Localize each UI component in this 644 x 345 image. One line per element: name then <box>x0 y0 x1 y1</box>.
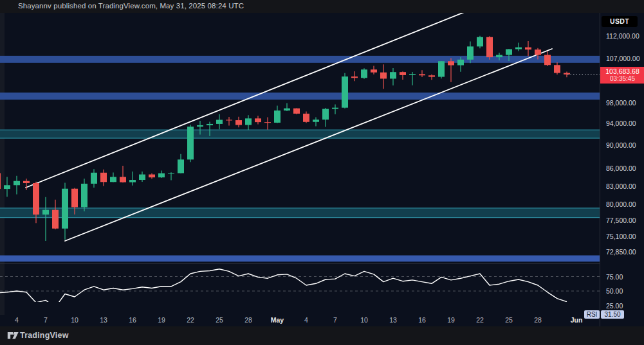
candle-apr-22 <box>187 127 194 159</box>
rsi-label: RSI <box>584 310 600 319</box>
chart-region[interactable]: USDT 103,683.68 03:35:45 112,000.00107,0… <box>0 13 644 326</box>
candle-apr-17 <box>139 175 145 181</box>
price-tick-94000: 94,000.00 <box>606 119 636 127</box>
candle-may-25 <box>506 49 512 55</box>
time-tick-4: 4 <box>15 315 19 326</box>
candle-may-23 <box>486 37 493 57</box>
candle-apr-11 <box>81 184 87 208</box>
candle-apr-5 <box>23 181 30 183</box>
rsi-value: 31.50 <box>601 310 624 319</box>
time-tick-19: 19 <box>158 315 165 326</box>
candle-apr-16 <box>129 180 136 182</box>
time-tick-13: 13 <box>389 315 397 326</box>
tradingview-logo-icon[interactable] <box>7 331 20 341</box>
rsi-value-badge: RSI 31.50 <box>584 310 624 319</box>
sr-zone-blue <box>0 93 600 100</box>
price-tick-90000: 90,000.00 <box>606 141 636 149</box>
candle-may-2 <box>284 109 290 111</box>
candle-apr-27 <box>235 120 242 125</box>
sr-zone-blue-bright <box>0 255 600 261</box>
candle-may-10 <box>361 69 367 78</box>
time-tick-7: 7 <box>333 315 337 326</box>
rsi-line <box>0 269 567 307</box>
time-tick-22: 22 <box>187 315 194 326</box>
candle-may-30 <box>554 65 560 73</box>
candle-may-31 <box>564 73 570 75</box>
price-axis[interactable]: USDT 103,683.68 03:35:45 112,000.00107,0… <box>600 13 644 326</box>
price-tick-72850: 72,850.00 <box>606 248 636 256</box>
candle-may-17 <box>428 75 435 76</box>
tradingview-brand-link[interactable]: TradingView <box>20 331 69 340</box>
price-tick-83000: 83,000.00 <box>606 182 636 190</box>
time-tick-28: 28 <box>534 315 542 326</box>
candle-may-16 <box>419 74 425 75</box>
footer-bar: TradingView <box>0 326 644 345</box>
bar-countdown: 03:35:45 <box>600 75 644 82</box>
time-tick-10: 10 <box>360 315 368 326</box>
time-tick-13: 13 <box>100 315 107 326</box>
candle-may-20 <box>457 60 464 66</box>
rsi-pane <box>0 269 600 307</box>
publish-title: Shayannv published on TradingView.com, M… <box>18 2 244 10</box>
candle-may-28 <box>535 49 541 55</box>
candle-apr-18 <box>149 175 155 178</box>
candle-apr-21 <box>178 159 184 173</box>
sr-zone-teal <box>0 208 600 218</box>
rsi-tick-25: 25.00 <box>606 302 623 310</box>
candle-may-24 <box>496 55 502 58</box>
price-pane <box>0 13 600 261</box>
price-tick-107000: 107,000.00 <box>606 55 640 62</box>
sr-zone-teal <box>0 130 600 139</box>
candle-apr-29 <box>255 118 261 122</box>
currency-toggle-usdt[interactable]: USDT <box>602 16 638 27</box>
candle-may-4 <box>303 114 309 122</box>
candle-apr-23 <box>197 125 203 127</box>
candle-may-1 <box>274 111 281 123</box>
candle-may-15 <box>409 74 416 75</box>
time-axis[interactable]: 4710131619222528May4710131619222528Jun <box>0 315 600 326</box>
candle-apr-12 <box>91 173 97 184</box>
candle-may-8 <box>342 76 348 108</box>
candle-may-27 <box>525 48 531 50</box>
time-tick-may: May <box>271 315 284 326</box>
candle-may-9 <box>351 76 358 78</box>
price-tick-75100: 75,100.00 <box>606 233 636 240</box>
last-price-value: 103,683.68 <box>600 67 644 75</box>
candle-apr-3 <box>4 185 10 189</box>
time-tick-25: 25 <box>216 315 223 326</box>
time-tick-7: 7 <box>44 315 48 326</box>
rsi-tick-75: 75.00 <box>606 273 623 281</box>
time-tick-16: 16 <box>418 315 426 326</box>
candle-apr-9 <box>62 189 68 229</box>
candle-apr-14 <box>110 177 116 182</box>
time-tick-16: 16 <box>129 315 136 326</box>
channel-upper-line[interactable] <box>26 13 472 188</box>
sr-zone-blue <box>0 56 600 63</box>
time-tick-25: 25 <box>505 315 513 326</box>
publish-header: Shayannv published on TradingView.com, M… <box>0 0 644 13</box>
candle-apr-6 <box>33 183 39 215</box>
time-tick-jun: Jun <box>571 315 583 326</box>
time-tick-22: 22 <box>476 315 484 326</box>
price-tick-98000: 98,000.00 <box>606 99 636 107</box>
candle-apr-8 <box>52 210 59 229</box>
price-tick-77500: 77,500.00 <box>606 217 636 224</box>
candle-apr-28 <box>245 118 252 125</box>
last-price-label: 103,683.68 03:35:45 <box>600 67 644 84</box>
candle-may-5 <box>313 119 319 122</box>
candle-may-14 <box>400 72 406 75</box>
tradingview-published-chart: { "header": { "title": "Shayannv publish… <box>0 0 644 345</box>
price-tick-80000: 80,000.00 <box>606 200 636 208</box>
candle-may-6 <box>322 109 329 120</box>
candle-apr-4 <box>14 181 20 186</box>
candlestick-plot[interactable] <box>0 13 600 326</box>
candle-may-19 <box>448 61 454 65</box>
time-tick-28: 28 <box>244 315 252 326</box>
candle-apr-19 <box>158 173 165 177</box>
candle-may-13 <box>390 72 396 78</box>
candle-apr-15 <box>120 177 126 182</box>
candle-may-26 <box>515 48 522 49</box>
candle-apr-10 <box>71 189 78 208</box>
candle-apr-26 <box>226 119 232 120</box>
candle-may-22 <box>477 37 483 47</box>
